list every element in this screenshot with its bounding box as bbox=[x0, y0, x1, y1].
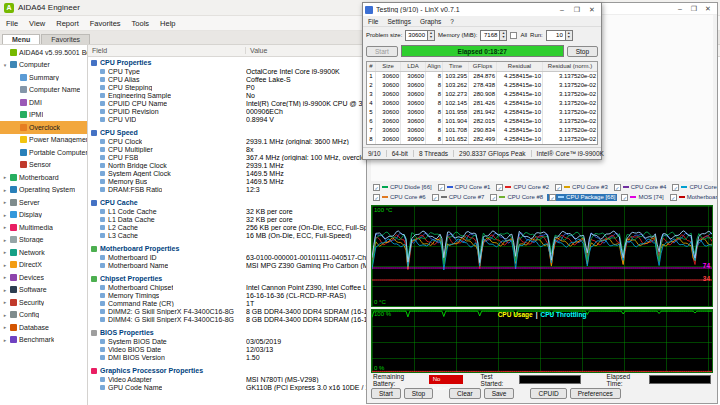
linx-start-button[interactable]: Start bbox=[366, 46, 398, 57]
column-field[interactable]: Field bbox=[88, 47, 246, 54]
sidebar-item-power-management[interactable]: Power Management bbox=[0, 134, 87, 147]
chevron-right-icon[interactable]: ▸ bbox=[2, 187, 8, 193]
checkbox-icon[interactable]: ✓ bbox=[670, 194, 677, 201]
close-icon[interactable]: ✕ bbox=[701, 3, 715, 15]
maximize-icon[interactable]: ❐ bbox=[687, 3, 701, 15]
monitor-start-button[interactable]: Start bbox=[371, 388, 401, 399]
elapsed-display bbox=[649, 375, 711, 384]
tab-favorites[interactable]: Favorites bbox=[41, 34, 90, 44]
chevron-right-icon[interactable]: ▸ bbox=[2, 324, 8, 330]
sidebar-item-computer[interactable]: ▾Computer bbox=[0, 59, 87, 72]
checkbox-icon[interactable]: ✓ bbox=[549, 194, 556, 201]
minimize-icon[interactable]: – bbox=[673, 3, 687, 15]
legend-cpu-core-3[interactable]: ✓CPU Core #3 bbox=[553, 184, 610, 191]
linx-stop-button[interactable]: Stop bbox=[567, 46, 598, 57]
checkbox-icon[interactable]: ✓ bbox=[614, 184, 621, 191]
sidebar-item-benchmark[interactable]: ▸Benchmark bbox=[0, 334, 87, 347]
sidebar-item-overclock[interactable]: Overclock bbox=[0, 121, 87, 134]
chevron-right-icon[interactable]: ▸ bbox=[2, 237, 8, 243]
checkbox-icon[interactable]: ✓ bbox=[621, 194, 628, 201]
monitor-cpuid-button[interactable]: CPUID bbox=[530, 388, 566, 399]
chevron-right-icon[interactable]: ▸ bbox=[2, 212, 8, 218]
maximize-icon[interactable]: ❐ bbox=[570, 4, 584, 16]
spinner-arrows-icon[interactable]: ▴▾ bbox=[499, 31, 506, 40]
checkbox-icon[interactable]: ✓ bbox=[432, 194, 439, 201]
spinner-arrows-icon[interactable]: ▴▾ bbox=[427, 31, 434, 40]
sidebar-item-database[interactable]: ▸Database bbox=[0, 321, 87, 334]
sidebar-item-config[interactable]: ▸Config bbox=[0, 309, 87, 322]
linx-menu-settings[interactable]: Settings bbox=[387, 18, 411, 25]
chevron-right-icon[interactable]: ▸ bbox=[2, 262, 8, 268]
aida-menu-report[interactable]: Report bbox=[56, 19, 79, 28]
linx-titlebar[interactable]: Testing (9/10) - LinX v0.7.1 – ❐ ✕ bbox=[363, 3, 601, 16]
legend-cpu-package-68[interactable]: ✓CPU Package [68] bbox=[547, 194, 617, 201]
field-cell: DMI BIOS Version bbox=[88, 354, 246, 361]
all-memory-checkbox[interactable] bbox=[510, 32, 517, 39]
checkbox-icon[interactable]: ✓ bbox=[490, 194, 497, 201]
chevron-right-icon[interactable]: ▸ bbox=[2, 337, 8, 343]
checkbox-icon[interactable]: ✓ bbox=[672, 184, 679, 191]
legend-cpu-core-8[interactable]: ✓CPU Core #8 bbox=[488, 194, 545, 201]
close-icon[interactable]: ✕ bbox=[585, 4, 599, 16]
sidebar-item-summary[interactable]: Summary bbox=[0, 71, 87, 84]
aida-menu-view[interactable]: View bbox=[29, 19, 45, 28]
chevron-down-icon[interactable]: ▾ bbox=[2, 62, 8, 68]
legend-cpu-core-1[interactable]: ✓CPU Core #1 bbox=[436, 184, 493, 191]
legend-mos-74[interactable]: ✓MOS [74] bbox=[619, 194, 665, 201]
checkbox-icon[interactable]: ✓ bbox=[496, 184, 503, 191]
chevron-right-icon[interactable]: ▸ bbox=[2, 174, 8, 180]
legend-cpu-core-4[interactable]: ✓CPU Core #4 bbox=[612, 184, 669, 191]
sidebar-item-software[interactable]: ▸Software bbox=[0, 284, 87, 297]
run-count-input[interactable]: 10 ▴▾ bbox=[546, 30, 573, 41]
legend-cpu-diode-66[interactable]: ✓CPU Diode [66] bbox=[371, 184, 434, 191]
aida-menu-help[interactable]: Help bbox=[160, 19, 175, 28]
tab-menu[interactable]: Menu bbox=[2, 34, 40, 44]
monitor-clear-button[interactable]: Clear bbox=[449, 388, 481, 399]
sidebar-item-operating-system[interactable]: ▸Operating System bbox=[0, 184, 87, 197]
minimize-icon[interactable]: – bbox=[555, 4, 569, 16]
checkbox-icon[interactable]: ✓ bbox=[555, 184, 562, 191]
chevron-right-icon[interactable]: ▸ bbox=[2, 249, 8, 255]
checkbox-icon[interactable]: ✓ bbox=[438, 184, 445, 191]
sidebar-item-sensor[interactable]: Sensor bbox=[0, 159, 87, 172]
legend-cpu-core-7[interactable]: ✓CPU Core #7 bbox=[430, 194, 487, 201]
legend-cpu-core-5[interactable]: ✓CPU Core #5 bbox=[670, 184, 717, 191]
spinner-arrows-icon[interactable]: ▴▾ bbox=[565, 31, 572, 40]
sidebar-item-network[interactable]: ▸Network bbox=[0, 246, 87, 259]
monitor-save-button[interactable]: Save bbox=[484, 388, 515, 399]
linx-menu-help[interactable]: ? bbox=[450, 18, 454, 25]
monitor-stop-button[interactable]: Stop bbox=[404, 388, 433, 399]
chevron-right-icon[interactable]: ▸ bbox=[2, 224, 8, 230]
aida-menu-tools[interactable]: Tools bbox=[132, 19, 150, 28]
sidebar-item-multimedia[interactable]: ▸Multimedia bbox=[0, 221, 87, 234]
sidebar-item-ipmi[interactable]: IPMI bbox=[0, 109, 87, 122]
sidebar-item-display[interactable]: ▸Display bbox=[0, 209, 87, 222]
sidebar-item-aida64-v5-99-5001-beta[interactable]: AIDA64 v5.99.5001 Beta bbox=[0, 46, 87, 59]
checkbox-icon[interactable]: ✓ bbox=[373, 184, 380, 191]
chevron-right-icon[interactable]: ▸ bbox=[2, 199, 8, 205]
sidebar-item-motherboard[interactable]: ▸Motherboard bbox=[0, 171, 87, 184]
sidebar-item-storage[interactable]: ▸Storage bbox=[0, 234, 87, 247]
checkbox-icon[interactable]: ✓ bbox=[373, 194, 380, 201]
sidebar-item-security[interactable]: ▸Security bbox=[0, 296, 87, 309]
legend-motherboard-34[interactable]: ✓Motherboard [34] bbox=[668, 194, 717, 201]
monitor-preferences-button[interactable]: Preferences bbox=[570, 388, 621, 399]
chevron-right-icon[interactable]: ▸ bbox=[2, 312, 8, 318]
sidebar-item-computer-name[interactable]: Computer Name bbox=[0, 84, 87, 97]
legend-cpu-core-2[interactable]: ✓CPU Core #2 bbox=[494, 184, 551, 191]
legend-cpu-core-6[interactable]: ✓CPU Core #6 bbox=[371, 194, 428, 201]
linx-menu-file[interactable]: File bbox=[368, 18, 378, 25]
sidebar-item-devices[interactable]: ▸Devices bbox=[0, 271, 87, 284]
sidebar-item-portable-computer[interactable]: Portable Computer bbox=[0, 146, 87, 159]
aida-menu-favorites[interactable]: Favorites bbox=[90, 19, 121, 28]
aida-menu-file[interactable]: File bbox=[6, 19, 18, 28]
sidebar-item-dmi[interactable]: DMI bbox=[0, 96, 87, 109]
chevron-right-icon[interactable]: ▸ bbox=[2, 274, 8, 280]
problem-size-input[interactable]: 30600 ▴▾ bbox=[405, 30, 435, 41]
chevron-right-icon[interactable]: ▸ bbox=[2, 287, 8, 293]
linx-menu-graphs[interactable]: Graphs bbox=[420, 18, 441, 25]
chevron-right-icon[interactable]: ▸ bbox=[2, 299, 8, 305]
memory-input[interactable]: 7168 ▴▾ bbox=[480, 30, 507, 41]
sidebar-item-server[interactable]: ▸Server bbox=[0, 196, 87, 209]
sidebar-item-directx[interactable]: ▸DirectX bbox=[0, 259, 87, 272]
